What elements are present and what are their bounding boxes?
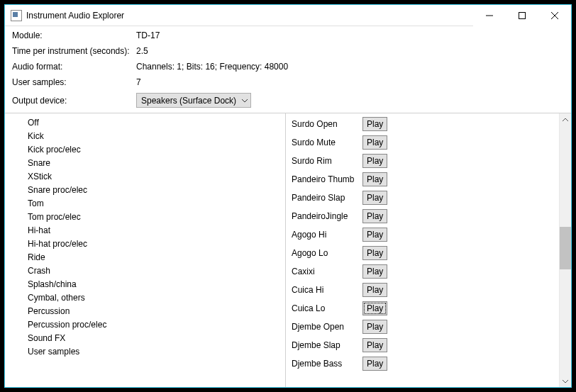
instrument-row: Surdo RimPlay [292,152,559,170]
audio-format-label: Audio format: [12,62,136,72]
play-button[interactable]: Play [362,338,387,352]
instrument-row: CaxixiPlay [292,262,559,281]
category-item[interactable]: Snare [5,157,285,170]
category-item[interactable]: Percussion proc/elec [5,318,285,332]
category-item[interactable]: User samples [5,345,285,359]
instrument-row: Djembe BassPlay [292,354,559,373]
instrument-name: Agogo Hi [292,230,362,240]
play-button[interactable]: Play [362,301,387,315]
play-button[interactable]: Play [362,209,387,223]
category-item[interactable]: Off [5,116,285,130]
play-button[interactable]: Play [362,191,387,205]
close-icon [551,12,558,19]
category-item[interactable]: Tom proc/elec [5,211,285,224]
user-samples-value: 7 [136,77,564,87]
titlebar: Instrument Audio Explorer [5,5,571,26]
instrument-name: Surdo Rim [292,156,362,166]
instrument-name: Djembe Bass [292,359,362,369]
maximize-button[interactable] [506,5,538,26]
scroll-down-icon[interactable] [560,375,571,387]
time-per-instrument-label: Time per instrument (seconds): [12,46,136,56]
category-item[interactable]: Kick [5,130,285,143]
instrument-name: Surdo Mute [292,138,362,147]
category-item[interactable]: Tom [5,197,285,211]
close-button[interactable] [538,5,571,26]
play-button[interactable]: Play [362,228,387,242]
instrument-name: PandeiroJingle [292,211,362,221]
instrument-row: PandeiroJinglePlay [292,207,559,225]
category-item[interactable]: Splash/china [5,278,285,291]
content-area: Module: TD-17 Time per instrument (secon… [5,26,571,387]
instrument-name: Cuica Hi [292,285,362,295]
play-button[interactable]: Play [362,172,387,186]
instrument-row: Pandeiro SlapPlay [292,189,559,207]
category-item[interactable]: Cymbal, others [5,291,285,305]
instrument-name: Surdo Open [292,119,362,129]
audio-format-value: Channels: 1; Bits: 16; Frequency: 48000 [136,62,564,72]
module-value: TD-17 [136,30,564,40]
play-button[interactable]: Play [362,264,387,279]
play-button[interactable]: Play [362,154,387,168]
maximize-icon [519,12,526,19]
category-item[interactable]: Crash [5,264,285,278]
scrollbar-thumb[interactable] [560,227,571,269]
category-item[interactable]: Sound FX [5,332,285,345]
category-item[interactable]: Kick proc/elec [5,143,285,157]
category-item[interactable]: XStick [5,170,285,184]
output-device-selected: Speakers (Surface Dock) [141,96,236,106]
app-window: Instrument Audio Explorer Module: TD-17 … [4,4,572,388]
instrument-name: Cuica Lo [292,303,362,313]
output-device-select[interactable]: Speakers (Surface Dock) [136,93,251,108]
play-button[interactable]: Play [362,135,387,150]
instrument-row: Djembe OpenPlay [292,318,559,336]
category-item[interactable]: Snare proc/elec [5,184,285,197]
panels: OffKickKick proc/elecSnareXStickSnare pr… [5,113,571,387]
instrument-row: Pandeiro ThumbPlay [292,170,559,189]
instrument-name: Pandeiro Slap [292,193,362,203]
play-button[interactable]: Play [362,357,387,371]
instrument-row: Cuica LoPlay [292,299,559,318]
instrument-row: Surdo MutePlay [292,133,559,152]
instrument-name: Agogo Lo [292,248,362,258]
instrument-row: Agogo HiPlay [292,225,559,244]
category-item[interactable]: Hi-hat [5,224,285,237]
play-button[interactable]: Play [362,283,387,297]
minimize-icon [486,12,493,19]
instrument-name: Caxixi [292,267,362,276]
instrument-name: Djembe Open [292,322,362,332]
info-panel: Module: TD-17 Time per instrument (secon… [5,26,571,111]
svg-rect-1 [519,12,526,18]
scrollbar[interactable] [559,113,571,387]
chevron-down-icon [242,96,248,106]
instrument-row: Cuica HiPlay [292,281,559,299]
user-samples-label: User samples: [12,77,136,87]
time-per-instrument-value: 2.5 [136,46,564,56]
window-title: Instrument Audio Explorer [26,11,124,21]
category-item[interactable]: Ride [5,251,285,264]
play-button[interactable]: Play [362,320,387,334]
category-list[interactable]: OffKickKick proc/elecSnareXStickSnare pr… [5,113,286,387]
play-button[interactable]: Play [362,246,387,260]
instrument-row: Djembe SlapPlay [292,336,559,354]
category-item[interactable]: Percussion [5,305,285,318]
instrument-panel: Surdo OpenPlaySurdo MutePlaySurdo RimPla… [286,113,571,387]
instrument-list: Surdo OpenPlaySurdo MutePlaySurdo RimPla… [286,113,559,387]
play-button[interactable]: Play [362,117,387,131]
app-icon [11,10,22,21]
instrument-name: Djembe Slap [292,340,362,350]
category-item[interactable]: Hi-hat proc/elec [5,237,285,251]
scroll-up-icon[interactable] [560,113,571,125]
module-label: Module: [12,30,136,40]
minimize-button[interactable] [473,5,506,26]
instrument-row: Surdo OpenPlay [292,115,559,133]
output-device-label: Output device: [12,96,136,106]
instrument-row: Agogo LoPlay [292,244,559,262]
instrument-name: Pandeiro Thumb [292,174,362,184]
